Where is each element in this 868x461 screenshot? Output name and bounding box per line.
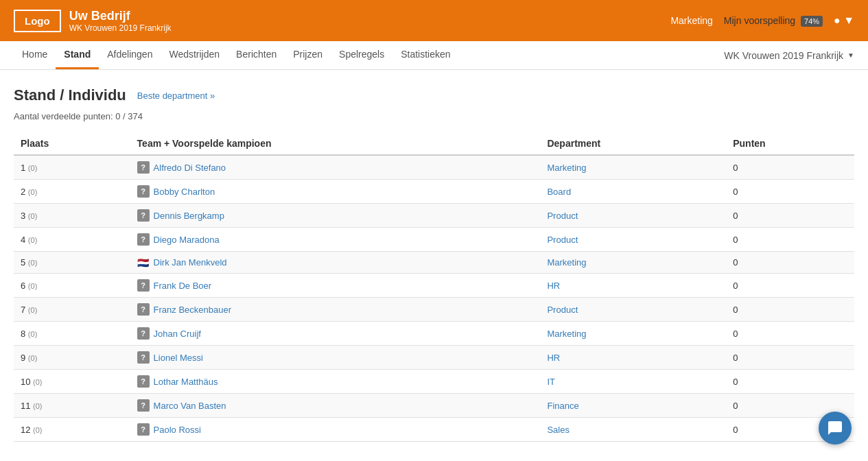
rank-number: 8 [21, 329, 25, 339]
rank-number: 12 [21, 425, 30, 435]
rank-number: 3 [21, 211, 25, 221]
header-subtitle: WK Vrouwen 2019 Frankrijk [69, 23, 172, 33]
table-row: 5 (0)🇳🇱Dirk Jan MenkveldMarketing0 [14, 252, 854, 274]
player-cell: ?Johan Cruijf [130, 322, 541, 346]
rank-cell: 3 (0) [14, 204, 130, 228]
prediction-label: Mijn voorspelling [724, 15, 795, 26]
nav-item-afdelingen[interactable]: Afdelingen [99, 41, 161, 69]
player-link[interactable]: Diego Maradona [154, 235, 220, 245]
player-cell: ?Bobby Charlton [130, 180, 541, 204]
main-content: Stand / Individu Beste department » Aant… [0, 70, 868, 458]
standings-table: Plaats Team + Voorspelde kampioen Depart… [14, 132, 854, 442]
user-menu-icon[interactable]: ● ▼ [834, 14, 854, 27]
department-cell: HR [540, 274, 726, 298]
department-link[interactable]: Sales [547, 425, 570, 435]
question-icon: ? [137, 279, 150, 292]
table-row: 8 (0)?Johan CruijfMarketing0 [14, 322, 854, 346]
player-cell: ?Alfredo Di Stefano [130, 155, 541, 180]
question-icon: ? [137, 233, 150, 246]
department-link[interactable]: Marketing [547, 257, 586, 268]
department-cell: Product [540, 298, 726, 322]
nav-item-spelregels[interactable]: Spelregels [331, 41, 392, 69]
player-link[interactable]: Bobby Charlton [154, 187, 215, 197]
points-cell: 0 [726, 252, 854, 274]
player-cell: ?Diego Maradona [130, 228, 541, 252]
chat-button[interactable] [819, 412, 852, 445]
department-link[interactable]: Marketing [547, 329, 586, 339]
rank-number: 6 [21, 281, 25, 291]
nav-item-home[interactable]: Home [14, 41, 56, 69]
marketing-link[interactable]: Marketing [670, 15, 712, 26]
department-cell: Product [540, 204, 726, 228]
department-link[interactable]: IT [547, 377, 555, 387]
rank-sub: (0) [33, 402, 42, 410]
points-cell: 0 [726, 298, 854, 322]
rank-sub: (0) [28, 164, 37, 172]
department-link[interactable]: HR [547, 281, 560, 291]
department-link[interactable]: Board [547, 187, 571, 197]
player-cell: 🇳🇱Dirk Jan Menkveld [130, 252, 541, 274]
department-cell: Marketing [540, 252, 726, 274]
table-row: 2 (0)?Bobby CharltonBoard0 [14, 180, 854, 204]
rank-cell: 9 (0) [14, 346, 130, 370]
rank-sub: (0) [33, 426, 42, 434]
rank-sub: (0) [28, 282, 37, 290]
department-cell: Finance [540, 394, 726, 418]
nav-item-prijzen[interactable]: Prijzen [285, 41, 331, 69]
points-cell: 0 [726, 370, 854, 394]
department-cell: Sales [540, 418, 726, 442]
table-row: 6 (0)?Frank De BoerHR0 [14, 274, 854, 298]
rank-sub: (0) [28, 330, 37, 338]
rank-number: 2 [21, 187, 25, 197]
player-link[interactable]: Frank De Boer [154, 281, 212, 291]
rank-number: 7 [21, 305, 25, 315]
header-right: Marketing Mijn voorspelling 74% ● ▼ [670, 14, 854, 27]
nav-item-wedstrijden[interactable]: Wedstrijden [161, 41, 228, 69]
chat-icon [827, 420, 843, 436]
player-link[interactable]: Alfredo Di Stefano [154, 163, 226, 173]
player-link[interactable]: Dennis Bergkamp [154, 211, 224, 221]
nav-item-stand[interactable]: Stand [56, 41, 99, 69]
prediction-link[interactable]: Mijn voorspelling 74% [724, 15, 823, 26]
rank-number: 11 [21, 401, 30, 411]
points-cell: 0 [726, 346, 854, 370]
nav-item-berichten[interactable]: Berichten [228, 41, 285, 69]
nav-right-dropdown[interactable]: WK Vrouwen 2019 Frankrijk ▼ [724, 50, 854, 61]
player-link[interactable]: Lionel Messi [154, 353, 203, 363]
question-icon: ? [137, 399, 150, 412]
rank-cell: 11 (0) [14, 394, 130, 418]
best-department-link[interactable]: Beste department » [137, 91, 215, 101]
rank-number: 1 [21, 163, 25, 173]
player-link[interactable]: Paolo Rossi [154, 425, 201, 435]
table-row: 12 (0)?Paolo RossiSales0 [14, 418, 854, 442]
player-cell: ?Frank De Boer [130, 274, 541, 298]
page-title: Stand / Individu [14, 86, 126, 104]
rank-sub: (0) [28, 354, 37, 362]
player-link[interactable]: Franz Beckenbauer [154, 305, 231, 315]
player-link[interactable]: Lothar Matthäus [154, 377, 218, 387]
rank-cell: 5 (0) [14, 252, 130, 274]
player-link[interactable]: Johan Cruijf [154, 329, 201, 339]
player-link[interactable]: Dirk Jan Menkveld [154, 257, 227, 268]
points-cell: 0 [726, 228, 854, 252]
department-link[interactable]: Product [547, 235, 578, 245]
nav-dropdown-label: WK Vrouwen 2019 Frankrijk [724, 50, 843, 61]
department-link[interactable]: HR [547, 353, 560, 363]
question-icon: ? [137, 303, 150, 316]
table-row: 1 (0)?Alfredo Di StefanoMarketing0 [14, 155, 854, 180]
question-icon: ? [137, 423, 150, 436]
nav-item-statistieken[interactable]: Statistieken [392, 41, 458, 69]
table-row: 4 (0)?Diego MaradonaProduct0 [14, 228, 854, 252]
department-link[interactable]: Product [547, 211, 578, 221]
question-icon: ? [137, 327, 150, 340]
rank-sub: (0) [28, 236, 37, 244]
department-link[interactable]: Marketing [547, 163, 586, 173]
player-cell: ?Marco Van Basten [130, 394, 541, 418]
department-link[interactable]: Finance [547, 401, 578, 411]
table-row: 11 (0)?Marco Van BastenFinance0 [14, 394, 854, 418]
player-link[interactable]: Marco Van Basten [154, 401, 226, 411]
main-nav: HomeStandAfdelingenWedstrijdenBerichtenP… [0, 41, 868, 70]
department-link[interactable]: Product [547, 305, 578, 315]
question-icon: ? [137, 185, 150, 198]
department-cell: Product [540, 228, 726, 252]
